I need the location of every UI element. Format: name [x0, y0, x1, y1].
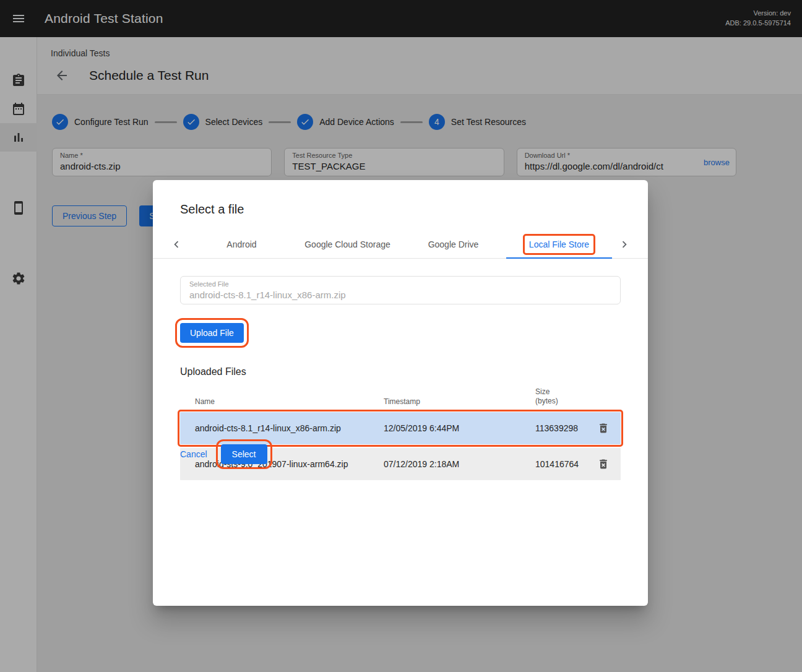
uploaded-files-title: Uploaded Files: [180, 366, 621, 377]
select-button[interactable]: Select: [221, 444, 267, 464]
tab-label: Local File Store: [525, 236, 593, 253]
tab-label: Google Drive: [424, 236, 483, 253]
column-header-name: Name: [180, 397, 384, 406]
size-cell: 101416764: [535, 459, 586, 469]
tab-local-file-store[interactable]: Local File Store: [506, 230, 612, 258]
field-value: android-cts-8.1_r14-linux_x86-arm.zip: [189, 290, 611, 300]
field-label: Selected File: [189, 280, 611, 288]
tab-android[interactable]: Android: [189, 230, 295, 258]
file-source-tabs: Android Google Cloud Storage Google Driv…: [153, 230, 648, 259]
selected-file-field[interactable]: Selected File android-cts-8.1_r14-linux_…: [180, 276, 621, 304]
table-row[interactable]: android-cts-8.1_r14-linux_x86-arm.zip 12…: [180, 412, 621, 444]
timestamp-cell: 07/12/2019 2:18AM: [384, 459, 535, 469]
upload-file-button[interactable]: Upload File: [180, 323, 244, 343]
delete-file-icon[interactable]: [592, 417, 614, 439]
tab-google-drive[interactable]: Google Drive: [400, 230, 506, 258]
cancel-button[interactable]: Cancel: [180, 449, 207, 459]
timestamp-cell: 12/05/2019 6:44PM: [384, 423, 535, 433]
tab-label: Google Cloud Storage: [300, 236, 395, 253]
dialog-title: Select a file: [180, 202, 621, 217]
tab-label: Android: [222, 236, 261, 253]
size-cell: 113639298: [535, 423, 586, 433]
delete-file-icon[interactable]: [592, 453, 614, 475]
table-header: Name Timestamp Size (bytes): [180, 382, 621, 412]
file-name-cell: android-cts-8.1_r14-linux_x86-arm.zip: [180, 423, 384, 433]
column-header-timestamp: Timestamp: [384, 397, 535, 406]
dialog-actions: Cancel Select: [180, 444, 267, 464]
tabs-scroll-left-icon[interactable]: [164, 230, 189, 258]
tabs-scroll-right-icon[interactable]: [612, 230, 637, 258]
uploaded-files-table: Name Timestamp Size (bytes) android-cts-…: [180, 382, 621, 480]
tab-google-cloud-storage[interactable]: Google Cloud Storage: [295, 230, 400, 258]
column-header-size: Size (bytes): [535, 387, 586, 406]
dialog-body: Selected File android-cts-8.1_r14-linux_…: [153, 276, 648, 480]
select-file-dialog: Select a file Android Google Cloud Stora…: [153, 180, 648, 606]
